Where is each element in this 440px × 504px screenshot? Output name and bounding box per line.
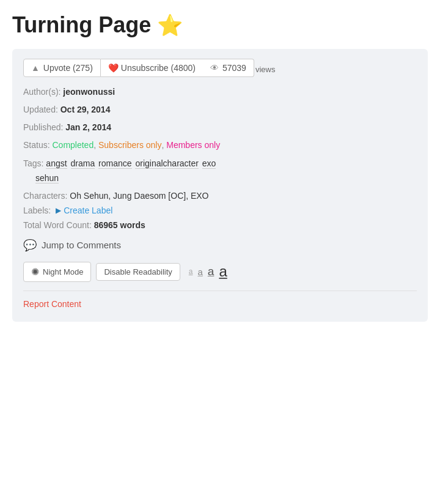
page-title: Turning Page ⭐	[12, 12, 428, 38]
tag-originalcharacter[interactable]: originalcharacter	[135, 158, 199, 169]
author-row: Author(s): jeonwonussi	[23, 86, 417, 98]
tags-row: Tags: angst drama romance originalcharac…	[23, 157, 417, 186]
labels-label: Labels:	[23, 206, 51, 215]
font-size-medium[interactable]: a	[197, 267, 202, 277]
characters-label: Characters:	[23, 191, 67, 201]
unsubscribe-button[interactable]: ❤️ Unsubscribe (4800)	[101, 59, 203, 77]
upvote-arrow-icon: ▲	[31, 63, 40, 73]
upvote-label: Upvote (275)	[43, 63, 93, 73]
night-mode-button[interactable]: ✺ Night Mode	[23, 262, 91, 282]
unsubscribe-label: Unsubscribe (4800)	[121, 63, 196, 73]
create-label-link[interactable]: ▶ Create Label	[56, 206, 112, 215]
action-bar: ▲ Upvote (275) ❤️ Unsubscribe (4800) 👁 5…	[23, 59, 417, 77]
comment-icon: 💬	[23, 239, 37, 252]
labels-row: Labels: ▶ Create Label	[23, 206, 417, 215]
status-members: Members only	[166, 140, 220, 150]
disable-readability-button[interactable]: Disable Readability	[96, 263, 180, 281]
font-size-xlarge[interactable]: a	[219, 263, 227, 280]
report-content-link[interactable]: Report Content	[23, 299, 81, 309]
word-count-label: Total Word Count:	[23, 220, 92, 230]
report-content-section: Report Content	[23, 291, 417, 309]
tag-exo[interactable]: exo	[202, 158, 216, 169]
views-badge: 👁 57039	[203, 59, 254, 77]
eye-icon: 👁	[210, 63, 219, 73]
create-label-arrow-icon: ▶	[56, 206, 61, 215]
word-count-value: 86965 words	[94, 220, 145, 230]
report-content-label: Report Content	[23, 299, 81, 309]
readability-label: Disable Readability	[104, 267, 172, 276]
characters-row: Characters: Oh Sehun, Jung Daesom [OC], …	[23, 191, 417, 201]
heart-icon: ❤️	[108, 63, 119, 73]
tag-drama[interactable]: drama	[71, 158, 95, 169]
title-text: Turning Page	[12, 12, 151, 38]
status-label: Status:	[23, 140, 50, 150]
published-label: Published:	[23, 122, 63, 132]
font-size-options: a a a a	[189, 263, 227, 280]
status-row: Status: Completed, Subscribers only, Mem…	[23, 139, 417, 152]
published-value: Jan 2, 2014	[65, 122, 111, 132]
star-icon: ⭐	[157, 13, 183, 37]
author-label: Author(s):	[23, 87, 61, 97]
upvote-button[interactable]: ▲ Upvote (275)	[23, 59, 101, 77]
bottom-actions: ✺ Night Mode Disable Readability a a a a	[23, 262, 417, 282]
updated-label: Updated:	[23, 105, 58, 114]
sun-icon: ✺	[31, 266, 39, 278]
page-title-section: Turning Page ⭐	[12, 12, 428, 38]
font-size-small[interactable]: a	[189, 267, 193, 276]
font-size-large[interactable]: a	[208, 265, 215, 278]
views-count: 57039	[222, 63, 246, 73]
create-label-text: Create Label	[64, 206, 112, 215]
tag-angst[interactable]: angst	[46, 158, 67, 169]
info-card: ▲ Upvote (275) ❤️ Unsubscribe (4800) 👁 5…	[12, 49, 428, 322]
updated-row: Updated: Oct 29, 2014	[23, 103, 417, 116]
tags-label: Tags:	[23, 158, 43, 168]
views-label: views	[255, 65, 276, 74]
status-completed: Completed	[52, 140, 94, 150]
author-value: jeonwonussi	[63, 87, 115, 97]
updated-value: Oct 29, 2014	[61, 105, 111, 114]
tag-romance[interactable]: romance	[98, 158, 131, 169]
jump-to-comments-link[interactable]: 💬 Jump to Comments	[23, 239, 417, 252]
tag-sehun[interactable]: sehun	[35, 173, 59, 183]
night-mode-label: Night Mode	[43, 267, 83, 276]
word-count-row: Total Word Count: 86965 words	[23, 220, 417, 230]
meta-section: Author(s): jeonwonussi Updated: Oct 29, …	[23, 86, 417, 309]
jump-comments-label: Jump to Comments	[42, 240, 121, 250]
status-subscribers: Subscribers only	[98, 140, 162, 150]
characters-value: Oh Sehun, Jung Daesom [OC], EXO	[70, 191, 208, 201]
published-row: Published: Jan 2, 2014	[23, 121, 417, 134]
